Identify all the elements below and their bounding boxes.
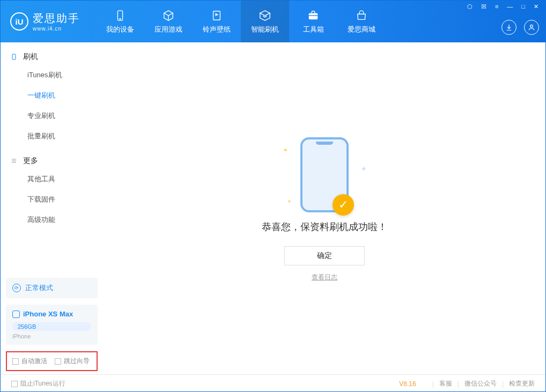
app-logo: iU 爱思助手 www.i4.cn — [10, 11, 80, 32]
device-card[interactable]: iPhone XS Max 256GB iPhone — [6, 305, 98, 345]
device-name: iPhone XS Max — [23, 310, 73, 318]
svg-rect-5 — [12, 54, 16, 60]
sidebar-item[interactable]: 批量刷机 — [1, 126, 103, 146]
tab-label: 工具箱 — [303, 25, 324, 34]
shirt-icon[interactable]: ⬠ — [466, 3, 474, 11]
sidebar-group-title: 更多 — [23, 156, 38, 166]
title-bar: iU 爱思助手 www.i4.cn 我的设备应用游戏铃声壁纸智能刷机工具箱爱思商… — [1, 1, 545, 42]
sparkle-icon: ✦ — [282, 146, 289, 155]
menu-icon[interactable]: ≡ — [493, 3, 500, 11]
device-mode-card: ⟳ 正常模式 — [6, 278, 98, 298]
confirm-button[interactable]: 确定 — [284, 246, 365, 265]
tab-device[interactable]: 我的设备 — [96, 1, 144, 42]
check-badge-icon: ✓ — [333, 194, 354, 216]
option-label: 跳过向导 — [64, 357, 90, 366]
tab-cube[interactable]: 应用游戏 — [144, 1, 193, 42]
lock-icon[interactable]: ☒ — [479, 3, 488, 11]
device-icon — [113, 9, 127, 23]
logo-text: 爱思助手 www.i4.cn — [33, 11, 80, 32]
sidebar-item[interactable]: 一键刷机 — [1, 85, 103, 106]
block-itunes-checkbox[interactable]: 阻止iTunes运行 — [11, 379, 65, 388]
logo-icon: iU — [10, 12, 28, 31]
tab-case[interactable]: 工具箱 — [289, 1, 337, 42]
svg-rect-2 — [213, 11, 220, 20]
tab-label: 我的设备 — [106, 25, 134, 34]
device-icon — [12, 310, 20, 318]
svg-point-4 — [530, 25, 533, 27]
account-button[interactable] — [524, 20, 539, 35]
sidebar-item[interactable]: iTunes刷机 — [1, 65, 103, 85]
wechat-link[interactable]: 微信公众号 — [464, 379, 497, 388]
list-icon — [10, 157, 18, 165]
refresh-icon — [258, 9, 272, 23]
sidebar-item[interactable]: 下载固件 — [1, 189, 103, 210]
minimize-button[interactable]: — — [505, 3, 514, 11]
sparkle-icon: ✦ — [360, 164, 368, 174]
case-icon — [306, 9, 320, 23]
close-button[interactable]: ✕ — [532, 3, 540, 11]
tab-label: 智能刷机 — [251, 25, 279, 34]
main-panel: ✦ ✦ ✦ ✓ 恭喜您，保资料刷机成功啦！ 确定 查看日志 — [104, 42, 545, 374]
option-label: 阻止iTunes运行 — [20, 379, 65, 388]
tab-music[interactable]: 铃声壁纸 — [193, 1, 241, 42]
checkbox-icon — [12, 358, 19, 365]
phone-icon — [10, 53, 18, 61]
auto-activate-checkbox[interactable]: 自动激活 — [12, 357, 47, 366]
sidebar: 刷机 iTunes刷机一键刷机专业刷机批量刷机 更多 其他工具下载固件高级功能 … — [1, 42, 104, 374]
version-label: V8.16 — [399, 380, 416, 388]
download-button[interactable] — [501, 20, 517, 35]
sidebar-group-flash: 刷机 — [1, 52, 103, 65]
device-kind: iPhone — [12, 333, 91, 339]
cube-icon — [161, 9, 175, 23]
sidebar-item[interactable]: 高级功能 — [1, 210, 103, 230]
main-tabs: 我的设备应用游戏铃声壁纸智能刷机工具箱爱思商城 — [96, 1, 386, 42]
flash-options-box: 自动激活 跳过向导 — [6, 351, 98, 371]
success-illustration: ✦ ✦ ✦ ✓ — [271, 135, 378, 215]
tab-label: 爱思商城 — [348, 25, 375, 34]
phone-outline-icon: ✓ — [300, 137, 349, 212]
svg-point-1 — [120, 19, 121, 20]
sidebar-group-more: 更多 — [1, 156, 103, 169]
checkbox-icon — [11, 381, 18, 387]
sparkle-icon: ✦ — [287, 198, 291, 204]
success-message: 恭喜您，保资料刷机成功啦！ — [262, 220, 387, 233]
support-link[interactable]: 客服 — [439, 379, 452, 388]
mode-label: 正常模式 — [25, 283, 53, 293]
sidebar-item[interactable]: 专业刷机 — [1, 106, 103, 126]
view-log-link[interactable]: 查看日志 — [312, 273, 337, 282]
window-controls: ⬠ ☒ ≡ — □ ✕ — [466, 3, 540, 11]
header-right — [501, 20, 539, 35]
mode-icon: ⟳ — [12, 284, 21, 292]
check-update-link[interactable]: 检查更新 — [509, 379, 535, 388]
sidebar-group-title: 刷机 — [23, 52, 38, 62]
tab-store[interactable]: 爱思商城 — [337, 1, 386, 42]
tab-label: 应用游戏 — [154, 25, 182, 34]
skip-wizard-checkbox[interactable]: 跳过向导 — [55, 357, 90, 366]
option-label: 自动激活 — [21, 357, 47, 366]
music-icon — [210, 9, 224, 23]
checkbox-icon — [55, 358, 61, 365]
tab-refresh[interactable]: 智能刷机 — [241, 1, 289, 42]
sidebar-item[interactable]: 其他工具 — [1, 169, 103, 189]
maximize-button[interactable]: □ — [520, 3, 527, 11]
storage-badge: 256GB — [12, 322, 91, 331]
svg-rect-3 — [309, 13, 318, 19]
tab-label: 铃声壁纸 — [203, 25, 231, 34]
store-icon — [355, 9, 368, 23]
status-bar: 阻止iTunes运行 V8.16 | 客服 | 微信公众号 | 检查更新 — [1, 374, 545, 392]
